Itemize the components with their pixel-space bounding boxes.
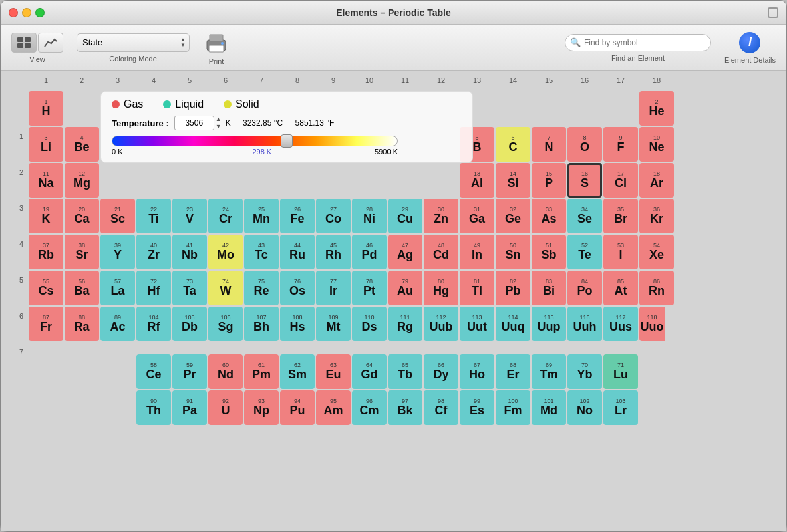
- element-Ac[interactable]: 89 Ac: [100, 307, 135, 341]
- element-Si[interactable]: 14 Si: [496, 163, 530, 198]
- element-Nd[interactable]: 60 Nd: [208, 354, 243, 389]
- element-Mn[interactable]: 25 Mn: [244, 199, 279, 233]
- element-C[interactable]: 6 C: [496, 127, 530, 162]
- element-Ga[interactable]: 31 Ga: [460, 199, 494, 233]
- element-P[interactable]: 15 P: [532, 163, 566, 198]
- element-Uup[interactable]: 115 Uup: [532, 307, 566, 341]
- table-view-button[interactable]: [11, 33, 37, 53]
- temp-stepper[interactable]: ▲ ▼: [216, 116, 222, 130]
- element-Tb[interactable]: 65 Tb: [388, 354, 422, 389]
- element-Fm[interactable]: 100 Fm: [496, 390, 530, 425]
- element-Ag[interactable]: 47 Ag: [388, 235, 422, 269]
- element-Bi[interactable]: 83 Bi: [532, 271, 566, 305]
- stepper-up-icon[interactable]: ▲: [216, 116, 222, 123]
- slider-container[interactable]: [112, 136, 398, 146]
- element-Rn[interactable]: 86 Rn: [639, 271, 674, 305]
- element-Pa[interactable]: 91 Pa: [172, 390, 207, 425]
- element-Th[interactable]: 90 Th: [136, 390, 171, 425]
- element-Cd[interactable]: 48 Cd: [424, 235, 458, 269]
- element-Tm[interactable]: 69 Tm: [532, 354, 566, 389]
- element-Ge[interactable]: 32 Ge: [496, 199, 530, 233]
- element-Hs[interactable]: 108 Hs: [280, 307, 315, 341]
- element-Db[interactable]: 105 Db: [172, 307, 207, 341]
- element-Ce[interactable]: 58 Ce: [136, 354, 171, 389]
- element-At[interactable]: 85 At: [603, 271, 638, 305]
- element-Be[interactable]: 4 Be: [65, 127, 99, 162]
- element-Cl[interactable]: 17 Cl: [603, 163, 638, 198]
- element-Te[interactable]: 52 Te: [567, 235, 602, 269]
- element-Sb[interactable]: 51 Sb: [532, 235, 566, 269]
- element-Mg[interactable]: 12 Mg: [65, 163, 99, 198]
- element-Dy[interactable]: 66 Dy: [424, 354, 458, 389]
- element-La[interactable]: 57 La: [100, 271, 135, 305]
- element-Hf[interactable]: 72 Hf: [136, 271, 171, 305]
- element-Hg[interactable]: 80 Hg: [424, 271, 458, 305]
- element-Ho[interactable]: 67 Ho: [460, 354, 494, 389]
- element-Tc[interactable]: 43 Tc: [244, 235, 279, 269]
- element-Uub[interactable]: 112 Uub: [424, 307, 458, 341]
- element-Fe[interactable]: 26 Fe: [280, 199, 315, 233]
- print-button[interactable]: [203, 31, 230, 55]
- element-Rf[interactable]: 104 Rf: [136, 307, 171, 341]
- element-Y[interactable]: 39 Y: [100, 235, 135, 269]
- element-I[interactable]: 53 I: [603, 235, 638, 269]
- element-Es[interactable]: 99 Es: [460, 390, 494, 425]
- element-Lr[interactable]: 103 Lr: [603, 390, 638, 425]
- element-In[interactable]: 49 In: [460, 235, 494, 269]
- stepper-down-icon[interactable]: ▼: [216, 123, 222, 130]
- element-Bh[interactable]: 107 Bh: [244, 307, 279, 341]
- element-Cs[interactable]: 55 Cs: [29, 271, 63, 305]
- element-Tl[interactable]: 81 Tl: [460, 271, 494, 305]
- element-Ru[interactable]: 44 Ru: [280, 235, 315, 269]
- element-Xe[interactable]: 54 Xe: [639, 235, 674, 269]
- search-input[interactable]: [565, 34, 711, 51]
- element-Ir[interactable]: 77 Ir: [316, 271, 351, 305]
- element-Mt[interactable]: 109 Mt: [316, 307, 351, 341]
- element-Cr[interactable]: 24 Cr: [208, 199, 243, 233]
- element-Nb[interactable]: 41 Nb: [172, 235, 207, 269]
- element-Eu[interactable]: 63 Eu: [316, 354, 351, 389]
- element-Ra[interactable]: 88 Ra: [65, 307, 99, 341]
- element-Ni[interactable]: 28 Ni: [352, 199, 387, 233]
- close-button[interactable]: [9, 8, 18, 17]
- element-Uuo[interactable]: 118 Uuo: [639, 307, 665, 341]
- element-Pu[interactable]: 94 Pu: [280, 390, 315, 425]
- element-W[interactable]: 74 W: [208, 271, 243, 305]
- element-S[interactable]: 16 S: [567, 163, 602, 198]
- element-H[interactable]: 1 H: [29, 91, 63, 126]
- element-details-button[interactable]: i: [739, 32, 760, 53]
- element-Ta[interactable]: 73 Ta: [172, 271, 207, 305]
- element-V[interactable]: 23 V: [172, 199, 207, 233]
- element-As[interactable]: 33 As: [532, 199, 566, 233]
- element-Ba[interactable]: 56 Ba: [65, 271, 99, 305]
- element-Bk[interactable]: 97 Bk: [388, 390, 422, 425]
- coloring-select[interactable]: State Category Period: [77, 33, 190, 52]
- minimize-button[interactable]: [22, 8, 31, 17]
- element-Zr[interactable]: 40 Zr: [136, 235, 171, 269]
- element-Ca[interactable]: 20 Ca: [65, 199, 99, 233]
- element-Se[interactable]: 34 Se: [567, 199, 602, 233]
- element-Kr[interactable]: 36 Kr: [639, 199, 674, 233]
- element-Uus[interactable]: 117 Uus: [603, 307, 638, 341]
- element-Er[interactable]: 68 Er: [496, 354, 530, 389]
- element-He[interactable]: 2 He: [639, 91, 674, 126]
- element-Na[interactable]: 11 Na: [29, 163, 63, 198]
- element-Cu[interactable]: 29 Cu: [388, 199, 422, 233]
- element-Md[interactable]: 101 Md: [532, 390, 566, 425]
- element-Sn[interactable]: 50 Sn: [496, 235, 530, 269]
- element-Gd[interactable]: 64 Gd: [352, 354, 387, 389]
- element-Cf[interactable]: 98 Cf: [424, 390, 458, 425]
- element-Br[interactable]: 35 Br: [603, 199, 638, 233]
- element-Uuq[interactable]: 114 Uuq: [496, 307, 530, 341]
- temp-slider-thumb[interactable]: [281, 134, 293, 148]
- maximize-button[interactable]: [35, 8, 45, 17]
- element-Sm[interactable]: 62 Sm: [280, 354, 315, 389]
- element-Po[interactable]: 84 Po: [567, 271, 602, 305]
- element-Pm[interactable]: 61 Pm: [244, 354, 279, 389]
- coloring-select-wrapper[interactable]: State Category Period ▲ ▼: [77, 33, 190, 52]
- element-Uut[interactable]: 113 Uut: [460, 307, 494, 341]
- element-Co[interactable]: 27 Co: [316, 199, 351, 233]
- element-Al[interactable]: 13 Al: [460, 163, 494, 198]
- element-Lu[interactable]: 71 Lu: [603, 354, 638, 389]
- element-Os[interactable]: 76 Os: [280, 271, 315, 305]
